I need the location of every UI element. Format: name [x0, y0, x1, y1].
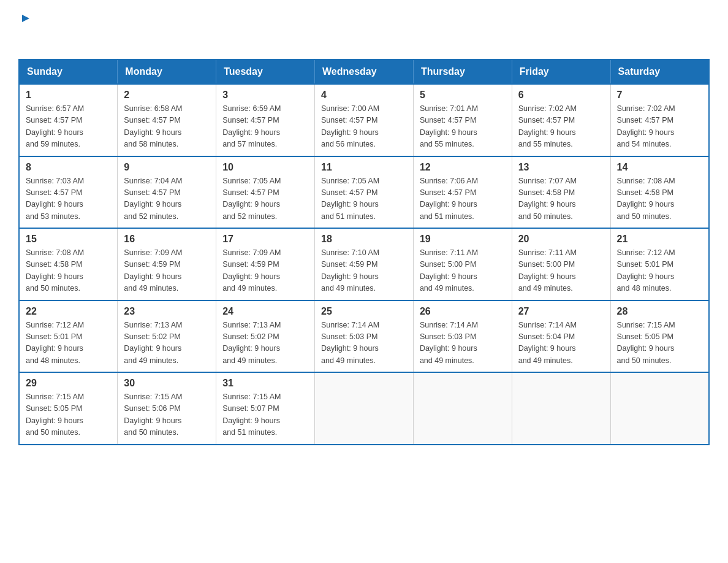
logo [18, 12, 32, 47]
calendar-day-cell: 10Sunrise: 7:05 AMSunset: 4:57 PMDayligh… [216, 156, 315, 229]
weekday-header-thursday: Thursday [413, 59, 512, 84]
calendar-day-cell: 28Sunrise: 7:15 AMSunset: 5:05 PMDayligh… [610, 301, 709, 373]
day-number: 24 [222, 306, 308, 317]
calendar-day-cell: 27Sunrise: 7:14 AMSunset: 5:04 PMDayligh… [512, 301, 610, 373]
calendar-day-cell: 30Sunrise: 7:15 AMSunset: 5:06 PMDayligh… [118, 372, 216, 445]
day-number: 10 [222, 162, 308, 173]
day-number: 2 [124, 90, 210, 101]
day-info: Sunrise: 7:15 AMSunset: 5:05 PMDaylight:… [26, 391, 111, 439]
day-info: Sunrise: 7:06 AMSunset: 4:57 PMDaylight:… [420, 175, 506, 223]
logo-arrow-icon [20, 12, 32, 27]
calendar-day-cell: 8Sunrise: 7:03 AMSunset: 4:57 PMDaylight… [19, 156, 118, 229]
calendar-day-cell: 14Sunrise: 7:08 AMSunset: 4:58 PMDayligh… [610, 156, 709, 229]
calendar-week-row: 8Sunrise: 7:03 AMSunset: 4:57 PMDaylight… [19, 156, 709, 229]
day-number: 23 [124, 306, 210, 317]
day-info: Sunrise: 7:11 AMSunset: 5:00 PMDaylight:… [420, 247, 506, 295]
calendar-day-cell [413, 372, 512, 445]
day-number: 5 [420, 90, 506, 101]
day-number: 20 [518, 234, 604, 245]
calendar-day-cell: 13Sunrise: 7:07 AMSunset: 4:58 PMDayligh… [512, 156, 610, 229]
day-number: 4 [321, 90, 407, 101]
calendar-day-cell: 22Sunrise: 7:12 AMSunset: 5:01 PMDayligh… [19, 301, 118, 373]
calendar-week-row: 15Sunrise: 7:08 AMSunset: 4:58 PMDayligh… [19, 228, 709, 301]
day-info: Sunrise: 7:08 AMSunset: 4:58 PMDaylight:… [26, 247, 111, 295]
calendar-day-cell: 29Sunrise: 7:15 AMSunset: 5:05 PMDayligh… [19, 372, 118, 445]
calendar-day-cell: 1Sunrise: 6:57 AMSunset: 4:57 PMDaylight… [19, 84, 118, 156]
calendar-day-cell: 21Sunrise: 7:12 AMSunset: 5:01 PMDayligh… [610, 228, 709, 301]
calendar-day-cell: 25Sunrise: 7:14 AMSunset: 5:03 PMDayligh… [315, 301, 414, 373]
day-number: 1 [26, 90, 111, 101]
calendar-day-cell: 16Sunrise: 7:09 AMSunset: 4:59 PMDayligh… [118, 228, 216, 301]
day-number: 19 [420, 234, 506, 245]
day-number: 25 [321, 306, 407, 317]
day-info: Sunrise: 7:13 AMSunset: 5:02 PMDaylight:… [222, 320, 308, 367]
day-number: 15 [26, 234, 111, 245]
day-info: Sunrise: 7:15 AMSunset: 5:07 PMDaylight:… [222, 391, 308, 439]
day-info: Sunrise: 7:03 AMSunset: 4:57 PMDaylight:… [26, 175, 111, 223]
day-info: Sunrise: 7:08 AMSunset: 4:58 PMDaylight:… [617, 175, 702, 223]
day-info: Sunrise: 7:14 AMSunset: 5:04 PMDaylight:… [518, 320, 604, 367]
calendar-day-cell [315, 372, 414, 445]
day-number: 9 [124, 162, 210, 173]
day-info: Sunrise: 7:05 AMSunset: 4:57 PMDaylight:… [321, 175, 407, 223]
calendar-day-cell: 11Sunrise: 7:05 AMSunset: 4:57 PMDayligh… [315, 156, 414, 229]
day-number: 18 [321, 234, 407, 245]
day-info: Sunrise: 7:15 AMSunset: 5:06 PMDaylight:… [124, 391, 210, 439]
calendar-day-cell: 2Sunrise: 6:58 AMSunset: 4:57 PMDaylight… [118, 84, 216, 156]
calendar-day-cell: 20Sunrise: 7:11 AMSunset: 5:00 PMDayligh… [512, 228, 610, 301]
calendar-day-cell: 31Sunrise: 7:15 AMSunset: 5:07 PMDayligh… [216, 372, 315, 445]
calendar-day-cell: 23Sunrise: 7:13 AMSunset: 5:02 PMDayligh… [118, 301, 216, 373]
calendar-day-cell: 26Sunrise: 7:14 AMSunset: 5:03 PMDayligh… [413, 301, 512, 373]
calendar-day-cell: 18Sunrise: 7:10 AMSunset: 4:59 PMDayligh… [315, 228, 414, 301]
day-info: Sunrise: 7:13 AMSunset: 5:02 PMDaylight:… [124, 320, 210, 367]
day-info: Sunrise: 7:00 AMSunset: 4:57 PMDaylight:… [321, 103, 407, 151]
calendar-day-cell: 3Sunrise: 6:59 AMSunset: 4:57 PMDaylight… [216, 84, 315, 156]
day-info: Sunrise: 7:05 AMSunset: 4:57 PMDaylight:… [222, 175, 308, 223]
day-number: 8 [26, 162, 111, 173]
day-number: 16 [124, 234, 210, 245]
day-number: 17 [222, 234, 308, 245]
calendar-day-cell: 6Sunrise: 7:02 AMSunset: 4:57 PMDaylight… [512, 84, 610, 156]
weekday-header-monday: Monday [118, 59, 216, 84]
day-number: 26 [420, 306, 506, 317]
day-number: 31 [222, 378, 308, 389]
day-info: Sunrise: 7:07 AMSunset: 4:58 PMDaylight:… [518, 175, 604, 223]
day-info: Sunrise: 7:02 AMSunset: 4:57 PMDaylight:… [518, 103, 604, 151]
calendar-day-cell: 5Sunrise: 7:01 AMSunset: 4:57 PMDaylight… [413, 84, 512, 156]
calendar-day-cell: 24Sunrise: 7:13 AMSunset: 5:02 PMDayligh… [216, 301, 315, 373]
day-info: Sunrise: 7:01 AMSunset: 4:57 PMDaylight:… [420, 103, 506, 151]
day-number: 30 [124, 378, 210, 389]
day-info: Sunrise: 7:14 AMSunset: 5:03 PMDaylight:… [420, 320, 506, 367]
day-info: Sunrise: 7:15 AMSunset: 5:05 PMDaylight:… [617, 320, 702, 367]
calendar-week-row: 22Sunrise: 7:12 AMSunset: 5:01 PMDayligh… [19, 301, 709, 373]
weekday-header-sunday: Sunday [19, 59, 118, 84]
day-number: 11 [321, 162, 407, 173]
calendar-day-cell: 9Sunrise: 7:04 AMSunset: 4:57 PMDaylight… [118, 156, 216, 229]
day-number: 14 [617, 162, 702, 173]
day-info: Sunrise: 7:09 AMSunset: 4:59 PMDaylight:… [124, 247, 210, 295]
calendar-day-cell [512, 372, 610, 445]
day-info: Sunrise: 7:11 AMSunset: 5:00 PMDaylight:… [518, 247, 604, 295]
day-info: Sunrise: 6:57 AMSunset: 4:57 PMDaylight:… [26, 103, 111, 151]
day-number: 28 [617, 306, 702, 317]
day-number: 7 [617, 90, 702, 101]
day-info: Sunrise: 7:10 AMSunset: 4:59 PMDaylight:… [321, 247, 407, 295]
day-info: Sunrise: 7:12 AMSunset: 5:01 PMDaylight:… [26, 320, 111, 367]
calendar-day-cell: 15Sunrise: 7:08 AMSunset: 4:58 PMDayligh… [19, 228, 118, 301]
day-number: 22 [26, 306, 111, 317]
day-info: Sunrise: 7:04 AMSunset: 4:57 PMDaylight:… [124, 175, 210, 223]
day-info: Sunrise: 7:12 AMSunset: 5:01 PMDaylight:… [617, 247, 702, 295]
day-number: 21 [617, 234, 702, 245]
day-info: Sunrise: 7:09 AMSunset: 4:59 PMDaylight:… [222, 247, 308, 295]
day-info: Sunrise: 7:14 AMSunset: 5:03 PMDaylight:… [321, 320, 407, 367]
calendar-day-cell: 19Sunrise: 7:11 AMSunset: 5:00 PMDayligh… [413, 228, 512, 301]
calendar-day-cell [610, 372, 709, 445]
day-number: 13 [518, 162, 604, 173]
svg-marker-0 [22, 15, 29, 22]
calendar-table: SundayMondayTuesdayWednesdayThursdayFrid… [18, 59, 710, 445]
calendar-week-row: 1Sunrise: 6:57 AMSunset: 4:57 PMDaylight… [19, 84, 709, 156]
day-number: 6 [518, 90, 604, 101]
weekday-header-saturday: Saturday [610, 59, 709, 84]
calendar-day-cell: 12Sunrise: 7:06 AMSunset: 4:57 PMDayligh… [413, 156, 512, 229]
calendar-week-row: 29Sunrise: 7:15 AMSunset: 5:05 PMDayligh… [19, 372, 709, 445]
